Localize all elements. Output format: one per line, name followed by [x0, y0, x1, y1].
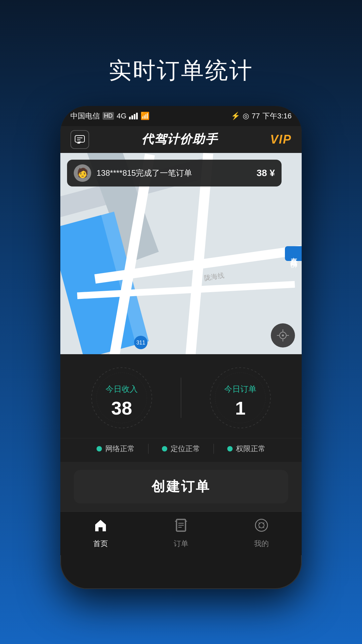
app-title: 代驾计价助手 [141, 131, 218, 148]
map-area[interactable]: 陇海线 311 🧑 138****815完成了一笔订单 38 ¥ 点击开始估价 [60, 153, 302, 354]
status-left: 中国电信 HD 4G 📶 [70, 111, 149, 121]
location-status-label: 定位正常 [171, 444, 200, 454]
network-label: 网络正常 [105, 444, 135, 454]
map-notification: 🧑 138****815完成了一笔订单 38 ¥ [67, 160, 282, 186]
location-status: 定位正常 [148, 444, 214, 454]
phone-frame: 中国电信 HD 4G 📶 ⚡ ◎ 77 下午3:16 [60, 106, 302, 589]
status-indicators: 网络正常 定位正常 权限正常 [60, 438, 302, 462]
orders-value: 1 [224, 397, 256, 419]
notif-price: 38 ¥ [257, 168, 275, 178]
message-icon[interactable] [70, 130, 89, 149]
svg-text:311: 311 [136, 340, 145, 345]
create-order-label: 创建订单 [152, 477, 210, 496]
permission-dot [227, 446, 233, 451]
orders-gauge: 今日订单 1 [197, 364, 284, 431]
create-order-area: 创建订单 [60, 462, 302, 512]
location-button[interactable] [271, 323, 295, 347]
nav-home[interactable]: 首页 [60, 518, 141, 549]
time-display: 下午3:16 [262, 111, 292, 121]
home-label: 首页 [93, 539, 108, 549]
network-badge: 4G [117, 112, 126, 120]
status-bar: 中国电信 HD 4G 📶 ⚡ ◎ 77 下午3:16 [60, 106, 302, 126]
nav-profile[interactable]: 我的 [221, 518, 302, 549]
nav-orders[interactable]: 订单 [141, 518, 221, 549]
income-label: 今日收入 [106, 383, 138, 394]
profile-icon [254, 518, 269, 536]
wifi-icon: 📶 [140, 112, 149, 120]
stats-area: 今日收入 38 今日订单 1 [60, 354, 302, 438]
vip-badge[interactable]: VIP [270, 132, 292, 147]
svg-rect-0 [75, 136, 84, 142]
network-status: 网络正常 [83, 444, 148, 454]
signal-bars [129, 113, 138, 119]
app-header: 代驾计价助手 VIP [60, 126, 302, 153]
location-dot [162, 446, 167, 451]
bottom-nav: 首页 订单 [60, 512, 302, 555]
svg-point-16 [282, 334, 284, 336]
carrier-text: 中国电信 [70, 111, 100, 121]
orders-icon [174, 518, 188, 536]
battery-icon: 77 [252, 112, 260, 120]
status-right: ⚡ ◎ 77 下午3:16 [231, 111, 292, 121]
start-estimate-btn[interactable]: 点击开始估价 [285, 246, 302, 261]
page-title: 实时订单统计 [109, 55, 253, 86]
stats-divider [181, 378, 181, 418]
permission-label: 权限正常 [236, 444, 265, 454]
permission-status: 权限正常 [214, 444, 279, 454]
profile-label: 我的 [254, 539, 269, 549]
notif-text: 138****815完成了一笔订单 [97, 168, 251, 178]
income-stat-inner: 今日收入 38 [106, 383, 138, 419]
orders-nav-label: 订单 [174, 539, 188, 549]
home-icon [93, 518, 108, 536]
orders-stat-inner: 今日订单 1 [224, 383, 256, 419]
network-dot [97, 446, 102, 451]
location-icon: ◎ [243, 112, 249, 120]
income-gauge: 今日收入 38 [78, 364, 165, 431]
notif-avatar: 🧑 [74, 164, 91, 182]
svg-point-32 [255, 519, 267, 531]
hd-badge: HD [103, 112, 114, 120]
create-order-btn[interactable]: 创建订单 [74, 470, 288, 503]
orders-label: 今日订单 [224, 383, 256, 394]
bluetooth-icon: ⚡ [231, 112, 240, 120]
income-value: 38 [106, 397, 138, 419]
